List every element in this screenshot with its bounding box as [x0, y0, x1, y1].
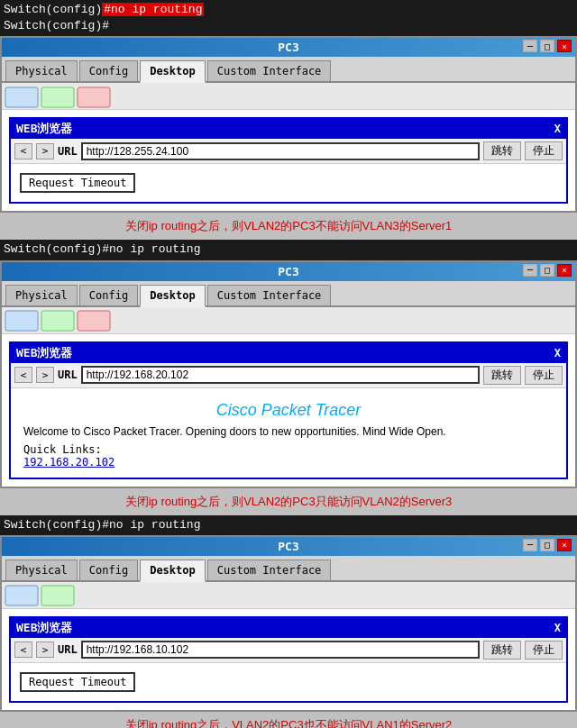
window3-tab-custom[interactable]: Custom Interface [207, 560, 332, 580]
window3-annotation: 关闭ip routing之后，VLAN2的PC3也不能访问VLAN1的Serve… [0, 712, 577, 728]
window1-icon-strip [2, 83, 575, 110]
window1-tab-physical[interactable]: Physical [5, 60, 78, 81]
window1-annotation: 关闭ip routing之后，则VLAN2的PC3不能访问VLAN3的Serve… [0, 213, 577, 240]
window2-tab-custom[interactable]: Custom Interface [207, 285, 332, 305]
window2-quick-links: Quick Links: 192.168.20.102 [16, 440, 561, 472]
window2-close[interactable]: ✕ [557, 264, 572, 277]
window3-go-btn[interactable]: 跳转 [483, 641, 521, 660]
window1-close[interactable]: ✕ [557, 40, 572, 52]
window3-browser-body: Request Timeout [11, 663, 566, 701]
window2-tab-desktop[interactable]: Desktop [140, 285, 206, 307]
window3-browser-close[interactable]: X [554, 622, 561, 634]
window2-link-url[interactable]: 192.168.20.102 [23, 456, 114, 469]
terminal-prefix: Switch(config) [4, 3, 102, 16]
window2-maximize[interactable]: □ [540, 264, 554, 277]
window3-close[interactable]: ✕ [557, 539, 572, 551]
window1-browser-title: WEB浏览器 [16, 121, 72, 137]
window2-go-btn[interactable]: 跳转 [483, 366, 521, 385]
window2-nav-back[interactable]: < [14, 367, 32, 383]
window1: PC3 ─ □ ✕ Physical Config Desktop Custom… [0, 36, 577, 213]
svg-rect-4 [41, 311, 74, 331]
window2-url-input[interactable] [81, 366, 480, 384]
window2-icon-strip [2, 307, 575, 334]
window2-browser: WEB浏览器 X < > URL 跳转 停止 Cisco Packet Trac… [9, 341, 568, 479]
terminal3-section: Switch(config)#no ip routing [0, 515, 577, 535]
window3-title: PC3 [278, 540, 298, 553]
window2-tabs: Physical Config Desktop Custom Interface [2, 281, 575, 307]
window2-controls: ─ □ ✕ [523, 264, 572, 277]
terminal-command-highlight: #no ip routing [102, 3, 204, 16]
window1-tab-desktop[interactable]: Desktop [140, 60, 206, 83]
window1-stop-btn[interactable]: 停止 [525, 141, 563, 160]
window1-minimize[interactable]: ─ [523, 40, 537, 52]
window1-tab-config[interactable]: Config [79, 60, 138, 81]
window1-timeout: Request Timeout [20, 173, 135, 193]
quick-links-label: Quick Links: [23, 443, 102, 456]
window2-nav-fwd[interactable]: > [36, 367, 54, 383]
window2-browser-body: Cisco Packet Tracer Welcome to Cisco Pac… [11, 388, 566, 478]
window2-minimize[interactable]: ─ [523, 264, 537, 277]
terminal2-line: Switch(config)#no ip routing [4, 241, 573, 258]
window3-url-input[interactable] [81, 641, 480, 659]
window3: PC3 ─ □ ✕ Physical Config Desktop Custom… [0, 535, 577, 712]
window3-tabs: Physical Config Desktop Custom Interface [2, 556, 575, 582]
svg-rect-1 [41, 87, 74, 107]
window1-nav-fwd[interactable]: > [36, 143, 54, 159]
window3-content: WEB浏览器 X < > URL 跳转 停止 Request Timeout [2, 582, 575, 710]
svg-rect-7 [41, 586, 74, 605]
window2-browser-close[interactable]: X [554, 347, 561, 359]
window3-browser-titlebar: WEB浏览器 X [11, 618, 566, 638]
window1-browser-close[interactable]: X [554, 123, 561, 135]
window1-nav-back[interactable]: < [14, 143, 32, 159]
window2-browser-titlebar: WEB浏览器 X [11, 343, 566, 363]
terminal-line1: Switch(config)#no ip routing [4, 2, 573, 18]
window1-browser-titlebar: WEB浏览器 X [11, 119, 566, 139]
window2-stop-btn[interactable]: 停止 [525, 366, 563, 385]
window3-tab-desktop[interactable]: Desktop [140, 560, 206, 582]
window3-stop-btn[interactable]: 停止 [525, 641, 563, 660]
svg-rect-2 [78, 87, 110, 107]
window3-tab-physical[interactable]: Physical [5, 560, 78, 580]
terminal2-section: Switch(config)#no ip routing [0, 240, 577, 259]
window1-tab-custom[interactable]: Custom Interface [207, 60, 332, 81]
window1-url-label: URL [58, 145, 78, 158]
window1-titlebar: PC3 ─ □ ✕ [2, 38, 575, 57]
svg-rect-6 [5, 586, 38, 605]
window2-titlebar: PC3 ─ □ ✕ [2, 262, 575, 281]
window1-url-input[interactable] [81, 142, 480, 160]
window1-go-btn[interactable]: 跳转 [483, 141, 521, 160]
window2-browser-toolbar: < > URL 跳转 停止 [11, 363, 566, 388]
window1-tabs: Physical Config Desktop Custom Interface [2, 57, 575, 83]
window1-browser: WEB浏览器 X < > URL 跳转 停止 Request Timeout [9, 117, 568, 204]
window1-browser-toolbar: < > URL 跳转 停止 [11, 139, 566, 164]
desktop-icons2 [2, 307, 182, 332]
window2-title: PC3 [278, 265, 298, 278]
window2-section: PC3 ─ □ ✕ Physical Config Desktop Custom… [0, 260, 577, 515]
window1-title: PC3 [278, 41, 298, 54]
window2-tab-config[interactable]: Config [79, 285, 138, 305]
window2-cpt-desc: Welcome to Cisco Packet Tracer. Opening … [16, 423, 561, 440]
window3-nav-back[interactable]: < [14, 642, 32, 658]
window1-content: WEB浏览器 X < > URL 跳转 停止 Request Timeout [2, 83, 575, 211]
svg-rect-0 [5, 87, 38, 107]
window1-maximize[interactable]: □ [540, 40, 554, 52]
window3-nav-fwd[interactable]: > [36, 642, 54, 658]
desktop-icons [2, 84, 182, 109]
window3-timeout: Request Timeout [20, 672, 135, 692]
window2-tab-physical[interactable]: Physical [5, 285, 78, 305]
window1-section: PC3 ─ □ ✕ Physical Config Desktop Custom… [0, 36, 577, 240]
window3-browser: WEB浏览器 X < > URL 跳转 停止 Request Timeout [9, 616, 568, 703]
window3-maximize[interactable]: □ [540, 539, 554, 551]
svg-rect-5 [78, 311, 110, 331]
window2-browser-title: WEB浏览器 [16, 345, 72, 361]
window3-tab-config[interactable]: Config [79, 560, 138, 580]
svg-rect-3 [5, 311, 38, 331]
window2-cpt-title: Cisco Packet Tracer [16, 394, 561, 423]
window1-controls: ─ □ ✕ [523, 40, 572, 52]
window1-browser-body: Request Timeout [11, 164, 566, 202]
terminal3-line: Switch(config)#no ip routing [4, 517, 573, 533]
window2-url-label: URL [58, 369, 78, 381]
window3-icon-strip [2, 582, 575, 609]
window3-minimize[interactable]: ─ [523, 539, 537, 551]
window3-url-label: URL [58, 643, 78, 656]
